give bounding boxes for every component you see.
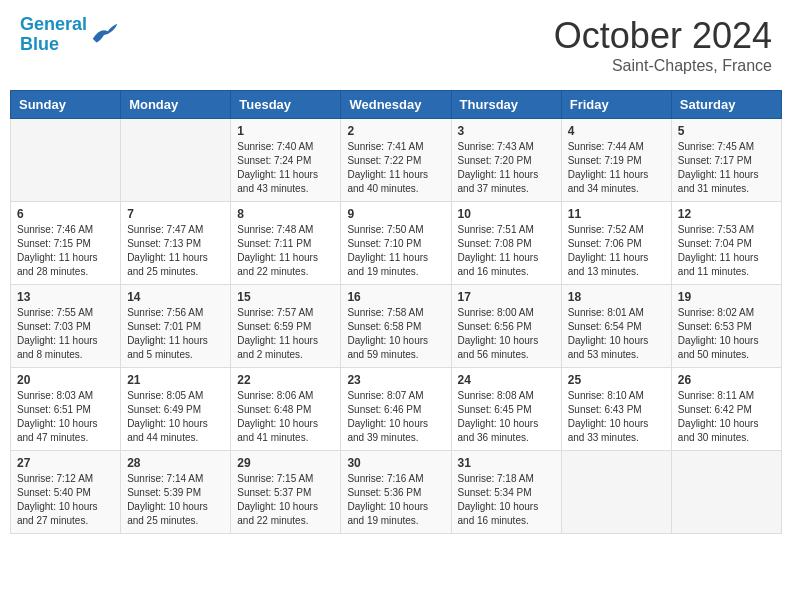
sunset-text: Sunset: 5:34 PM: [458, 487, 532, 498]
sunrise-text: Sunrise: 7:58 AM: [347, 307, 423, 318]
daylight-text: Daylight: 10 hours and 22 minutes.: [237, 501, 318, 526]
sunset-text: Sunset: 7:10 PM: [347, 238, 421, 249]
logo-bird-icon: [89, 20, 119, 50]
sunrise-text: Sunrise: 8:11 AM: [678, 390, 754, 401]
sunrise-text: Sunrise: 7:18 AM: [458, 473, 534, 484]
calendar-cell-1-2: [121, 119, 231, 202]
day-info: Sunrise: 7:55 AM Sunset: 7:03 PM Dayligh…: [17, 306, 114, 362]
daylight-text: Daylight: 11 hours and 19 minutes.: [347, 252, 428, 277]
daylight-text: Daylight: 11 hours and 31 minutes.: [678, 169, 759, 194]
daylight-text: Daylight: 10 hours and 16 minutes.: [458, 501, 539, 526]
day-number: 20: [17, 373, 114, 387]
day-info: Sunrise: 8:10 AM Sunset: 6:43 PM Dayligh…: [568, 389, 665, 445]
calendar-cell-4-2: 21 Sunrise: 8:05 AM Sunset: 6:49 PM Dayl…: [121, 368, 231, 451]
calendar-cell-2-7: 12 Sunrise: 7:53 AM Sunset: 7:04 PM Dayl…: [671, 202, 781, 285]
daylight-text: Daylight: 10 hours and 41 minutes.: [237, 418, 318, 443]
calendar-cell-3-7: 19 Sunrise: 8:02 AM Sunset: 6:53 PM Dayl…: [671, 285, 781, 368]
day-number: 16: [347, 290, 444, 304]
weekday-header-saturday: Saturday: [671, 91, 781, 119]
day-info: Sunrise: 7:46 AM Sunset: 7:15 PM Dayligh…: [17, 223, 114, 279]
sunrise-text: Sunrise: 8:08 AM: [458, 390, 534, 401]
sunset-text: Sunset: 6:46 PM: [347, 404, 421, 415]
calendar-cell-5-4: 30 Sunrise: 7:16 AM Sunset: 5:36 PM Dayl…: [341, 451, 451, 534]
sunrise-text: Sunrise: 7:55 AM: [17, 307, 93, 318]
sunset-text: Sunset: 7:06 PM: [568, 238, 642, 249]
calendar-cell-2-1: 6 Sunrise: 7:46 AM Sunset: 7:15 PM Dayli…: [11, 202, 121, 285]
day-number: 10: [458, 207, 555, 221]
day-info: Sunrise: 8:03 AM Sunset: 6:51 PM Dayligh…: [17, 389, 114, 445]
day-info: Sunrise: 7:15 AM Sunset: 5:37 PM Dayligh…: [237, 472, 334, 528]
sunset-text: Sunset: 7:24 PM: [237, 155, 311, 166]
calendar-cell-4-3: 22 Sunrise: 8:06 AM Sunset: 6:48 PM Dayl…: [231, 368, 341, 451]
daylight-text: Daylight: 10 hours and 25 minutes.: [127, 501, 208, 526]
calendar-cell-2-3: 8 Sunrise: 7:48 AM Sunset: 7:11 PM Dayli…: [231, 202, 341, 285]
daylight-text: Daylight: 10 hours and 27 minutes.: [17, 501, 98, 526]
daylight-text: Daylight: 11 hours and 2 minutes.: [237, 335, 318, 360]
day-info: Sunrise: 8:07 AM Sunset: 6:46 PM Dayligh…: [347, 389, 444, 445]
calendar-cell-2-2: 7 Sunrise: 7:47 AM Sunset: 7:13 PM Dayli…: [121, 202, 231, 285]
sunrise-text: Sunrise: 8:05 AM: [127, 390, 203, 401]
sunset-text: Sunset: 6:49 PM: [127, 404, 201, 415]
day-number: 12: [678, 207, 775, 221]
sunrise-text: Sunrise: 7:41 AM: [347, 141, 423, 152]
calendar-cell-3-6: 18 Sunrise: 8:01 AM Sunset: 6:54 PM Dayl…: [561, 285, 671, 368]
sunrise-text: Sunrise: 7:46 AM: [17, 224, 93, 235]
daylight-text: Daylight: 11 hours and 11 minutes.: [678, 252, 759, 277]
logo: General Blue: [20, 15, 119, 55]
sunset-text: Sunset: 7:22 PM: [347, 155, 421, 166]
calendar-week-4: 20 Sunrise: 8:03 AM Sunset: 6:51 PM Dayl…: [11, 368, 782, 451]
calendar-cell-3-2: 14 Sunrise: 7:56 AM Sunset: 7:01 PM Dayl…: [121, 285, 231, 368]
calendar-cell-2-5: 10 Sunrise: 7:51 AM Sunset: 7:08 PM Dayl…: [451, 202, 561, 285]
day-number: 9: [347, 207, 444, 221]
location: Saint-Chaptes, France: [554, 57, 772, 75]
day-number: 15: [237, 290, 334, 304]
sunset-text: Sunset: 6:45 PM: [458, 404, 532, 415]
sunset-text: Sunset: 6:48 PM: [237, 404, 311, 415]
calendar-cell-3-1: 13 Sunrise: 7:55 AM Sunset: 7:03 PM Dayl…: [11, 285, 121, 368]
sunrise-text: Sunrise: 7:56 AM: [127, 307, 203, 318]
calendar-cell-4-4: 23 Sunrise: 8:07 AM Sunset: 6:46 PM Dayl…: [341, 368, 451, 451]
day-info: Sunrise: 7:53 AM Sunset: 7:04 PM Dayligh…: [678, 223, 775, 279]
calendar-cell-1-1: [11, 119, 121, 202]
sunset-text: Sunset: 7:08 PM: [458, 238, 532, 249]
day-info: Sunrise: 8:05 AM Sunset: 6:49 PM Dayligh…: [127, 389, 224, 445]
day-info: Sunrise: 7:18 AM Sunset: 5:34 PM Dayligh…: [458, 472, 555, 528]
sunset-text: Sunset: 7:15 PM: [17, 238, 91, 249]
sunrise-text: Sunrise: 7:43 AM: [458, 141, 534, 152]
sunrise-text: Sunrise: 7:15 AM: [237, 473, 313, 484]
day-info: Sunrise: 7:44 AM Sunset: 7:19 PM Dayligh…: [568, 140, 665, 196]
calendar-week-2: 6 Sunrise: 7:46 AM Sunset: 7:15 PM Dayli…: [11, 202, 782, 285]
day-number: 27: [17, 456, 114, 470]
sunset-text: Sunset: 7:01 PM: [127, 321, 201, 332]
day-info: Sunrise: 7:56 AM Sunset: 7:01 PM Dayligh…: [127, 306, 224, 362]
daylight-text: Daylight: 10 hours and 36 minutes.: [458, 418, 539, 443]
sunset-text: Sunset: 7:03 PM: [17, 321, 91, 332]
day-info: Sunrise: 7:47 AM Sunset: 7:13 PM Dayligh…: [127, 223, 224, 279]
daylight-text: Daylight: 10 hours and 33 minutes.: [568, 418, 649, 443]
daylight-text: Daylight: 10 hours and 47 minutes.: [17, 418, 98, 443]
day-number: 1: [237, 124, 334, 138]
day-info: Sunrise: 7:58 AM Sunset: 6:58 PM Dayligh…: [347, 306, 444, 362]
calendar-cell-4-7: 26 Sunrise: 8:11 AM Sunset: 6:42 PM Dayl…: [671, 368, 781, 451]
day-info: Sunrise: 7:51 AM Sunset: 7:08 PM Dayligh…: [458, 223, 555, 279]
weekday-header-thursday: Thursday: [451, 91, 561, 119]
sunset-text: Sunset: 6:51 PM: [17, 404, 91, 415]
daylight-text: Daylight: 10 hours and 30 minutes.: [678, 418, 759, 443]
day-number: 25: [568, 373, 665, 387]
weekday-header-sunday: Sunday: [11, 91, 121, 119]
page-header: General Blue October 2024 Saint-Chaptes,…: [10, 10, 782, 80]
day-info: Sunrise: 7:52 AM Sunset: 7:06 PM Dayligh…: [568, 223, 665, 279]
day-info: Sunrise: 8:02 AM Sunset: 6:53 PM Dayligh…: [678, 306, 775, 362]
day-info: Sunrise: 7:43 AM Sunset: 7:20 PM Dayligh…: [458, 140, 555, 196]
daylight-text: Daylight: 11 hours and 25 minutes.: [127, 252, 208, 277]
day-number: 23: [347, 373, 444, 387]
sunrise-text: Sunrise: 7:53 AM: [678, 224, 754, 235]
sunrise-text: Sunrise: 7:40 AM: [237, 141, 313, 152]
calendar-week-5: 27 Sunrise: 7:12 AM Sunset: 5:40 PM Dayl…: [11, 451, 782, 534]
day-number: 8: [237, 207, 334, 221]
sunrise-text: Sunrise: 7:51 AM: [458, 224, 534, 235]
calendar-cell-1-6: 4 Sunrise: 7:44 AM Sunset: 7:19 PM Dayli…: [561, 119, 671, 202]
weekday-header-monday: Monday: [121, 91, 231, 119]
calendar-cell-1-3: 1 Sunrise: 7:40 AM Sunset: 7:24 PM Dayli…: [231, 119, 341, 202]
calendar-week-1: 1 Sunrise: 7:40 AM Sunset: 7:24 PM Dayli…: [11, 119, 782, 202]
